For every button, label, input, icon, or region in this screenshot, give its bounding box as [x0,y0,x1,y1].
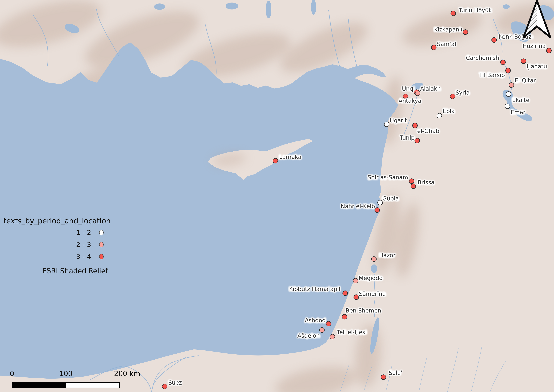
site-label-shir-as-sanam: Shir as-Sanam [367,174,408,180]
site-marker-el-qitar[interactable] [509,82,514,88]
site-label-tunip: Tunip [400,134,415,141]
legend-class-row-1: 1 - 2 [0,228,111,237]
scale-tick-0: 0 [10,370,14,378]
site-label-alalakh: Alalakh [420,85,441,92]
site-label-nahr-el-kelb: Nahr el-Kelb [341,203,375,210]
site-marker-ugarit[interactable] [384,122,389,127]
site-label-syria: Syria [456,89,470,96]
site-marker-tunip[interactable] [415,138,420,143]
site-marker-samerina[interactable] [353,294,359,300]
north-arrow-icon [522,0,552,38]
site-label-gubla: Gubla [382,195,399,202]
site-label-unqi: Unqi [402,85,415,92]
site-label-asqelon: Ašqelon [298,332,320,339]
site-label-hazor: Hazor [379,252,395,259]
site-label-suez: Suez [168,379,182,386]
site-label-megiddo: Megiddo [359,275,383,281]
site-label-ugarit: Ugarit [390,117,407,124]
scale-bar-graphic [12,382,120,388]
site-label-til-barsip: Til Barsip [479,72,505,78]
site-marker-emar[interactable] [505,104,510,109]
site-marker-larnaka[interactable] [273,158,278,163]
site-marker-gubla[interactable] [377,200,383,205]
site-marker-shir-as-sanam[interactable] [409,178,414,184]
site-marker-kenk-bogaz[interactable] [492,37,497,43]
site-marker-til-barsip[interactable] [505,68,511,73]
site-marker-tell-el-hesi[interactable] [330,334,335,339]
site-label-ashdod: Ashdod [305,317,325,323]
site-marker-kibbutz-hama-apil[interactable] [342,291,348,296]
site-label-tell-el-hesi: Tell el-Ḥesi [337,329,367,335]
scale-tick-100: 100 [59,370,73,378]
legend-class-row-2: 2 - 3 [0,240,111,249]
site-marker-turlu-hoyuk[interactable] [450,11,456,16]
site-marker-sam-al[interactable] [431,45,436,50]
site-label-sela: Selaʾ [389,370,402,376]
legend-class-row-3: 3 - 4 [0,252,111,261]
site-label-larnaka: Larnaka [279,154,301,160]
site-label-el-ghab: el-Ghab [417,128,439,134]
site-label-brissa: Brissa [417,179,434,186]
site-marker-alalakh[interactable] [415,91,420,96]
site-marker-asqelon[interactable] [319,327,325,333]
site-label-samerina: Sāmerīna [359,290,386,297]
site-marker-sela[interactable] [381,374,386,380]
site-marker-nahr-el-kelb[interactable] [374,207,380,213]
site-marker-syria[interactable] [450,94,455,99]
site-label-sam-al: Samʾal [437,41,456,47]
legend-class-label-3: 3 - 4 [0,252,91,261]
legend-class-label-2: 2 - 3 [0,240,91,249]
site-label-hadatu: Ḫadatu [527,63,547,70]
site-label-huzirina: Huzirina [523,43,546,49]
legend-class-swatch-2 [99,242,104,247]
site-marker-brissa[interactable] [411,183,416,189]
legend-title: texts_by_period_and_location [3,217,111,225]
legend-class-swatch-3 [99,254,104,259]
site-label-kizkapanl: Kizkapanlı [434,26,462,33]
site-label-ben-shemen: Ben Shemen [346,307,381,314]
site-marker-huzirina[interactable] [546,48,552,53]
site-label-el-qitar: El-Qitar [515,77,536,84]
site-marker-hadatu[interactable] [521,58,526,64]
site-marker-ebla[interactable] [437,113,442,118]
scale-tick-200: 200 km [114,370,140,378]
legend-class-label-1: 1 - 2 [0,228,91,237]
site-label-antakya: Antakya [399,98,421,104]
site-label-ebla: Ebla [443,108,455,114]
site-label-ekalte: Ekalte [512,97,530,103]
site-marker-ekalte[interactable] [506,91,511,97]
site-label-kibbutz-hama-apil: Kibbutz Hamaʿapil [289,286,340,292]
map-canvas[interactable]: Turlu HöyükKizkapanlıKenk BoğazıSamʾalHu… [0,0,554,392]
legend-class-swatch-1 [99,230,104,235]
site-marker-hazor[interactable] [371,256,377,262]
site-label-emar: Emar [511,109,525,115]
site-marker-el-ghab[interactable] [412,123,418,128]
site-marker-ashdod[interactable] [326,321,331,326]
site-marker-ben-shemen[interactable] [342,314,347,319]
site-label-carchemish: Carchemish [466,54,499,61]
map-legend: texts_by_period_and_location 1 - 2 2 - 3… [0,213,155,281]
legend-basemap-label: ESRI Shaded Relief [0,267,150,275]
scale-bar-black-segment [13,383,66,388]
site-marker-megiddo[interactable] [353,278,358,283]
site-marker-kizkapanl[interactable] [463,29,468,35]
site-marker-suez[interactable] [162,384,167,389]
site-marker-carchemish[interactable] [500,60,506,65]
site-label-turlu-hoyuk: Turlu Höyük [459,7,492,14]
scale-bar: 0 100 200 km [12,370,138,392]
